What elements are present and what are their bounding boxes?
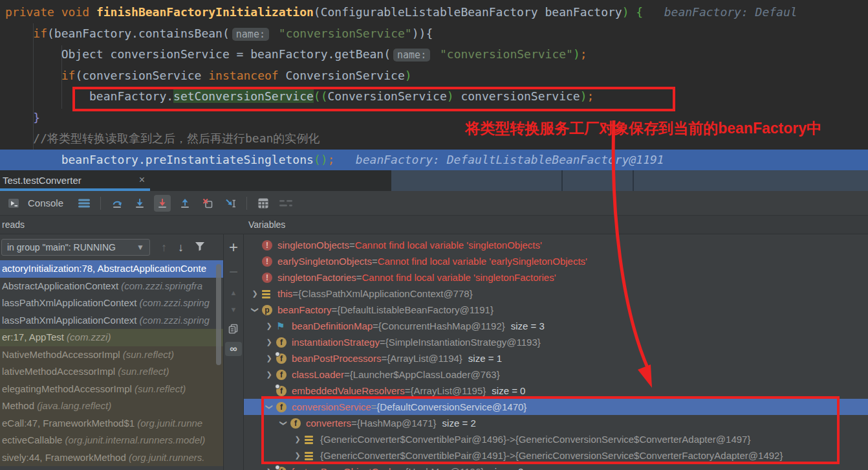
field-icon: f xyxy=(276,337,288,348)
step-out-icon[interactable] xyxy=(177,195,193,212)
execution-line[interactable]: beanFactory.preInstantiateSingletons(); … xyxy=(0,150,868,171)
chevron-right-icon[interactable]: ❯ xyxy=(262,370,276,379)
remove-icon[interactable]: − xyxy=(224,263,243,281)
chevron-right-icon[interactable]: ❯ xyxy=(262,354,276,363)
watches-icon[interactable]: ∞ xyxy=(224,342,243,356)
chevron-right-icon[interactable]: ❯ xyxy=(290,451,305,460)
equals-sign: = xyxy=(371,401,377,412)
variable-name: conversionService xyxy=(292,401,371,412)
frame-row[interactable]: elegatingMethodAccessorImpl (sun.reflect… xyxy=(0,381,223,398)
close-icon[interactable]: × xyxy=(139,174,145,186)
field-icon: f xyxy=(276,402,288,412)
variable-row[interactable]: ❯⚑beanDefinitionMap = {ConcurrentHashMap… xyxy=(244,318,868,334)
frame-row[interactable]: ectiveCallable (org.junit.internal.runne… xyxy=(0,432,223,449)
variable-row[interactable]: ❯this = {ClassPathXmlApplicationContext@… xyxy=(244,285,868,302)
scroll-up-icon[interactable]: ▲ xyxy=(224,289,243,297)
variable-row[interactable]: !singletonFactories = Cannot find local … xyxy=(244,269,868,285)
thread-controls: in group "main": RUNNING ▼ ↑ ↓ xyxy=(1,238,205,256)
chevron-right-icon[interactable]: ❯ xyxy=(290,435,305,443)
chevron-right-icon[interactable]: ❯ xyxy=(262,322,276,330)
header-divider xyxy=(561,170,563,191)
variable-value: {SimpleInstantiationStrategy@1193} xyxy=(385,337,541,348)
equals-sign: = xyxy=(331,304,337,315)
run-to-cursor-icon[interactable] xyxy=(222,195,239,212)
code-segment-kw: if xyxy=(33,27,47,40)
frame-row[interactable]: lassPathXmlApplicationContext (com.zzzi.… xyxy=(0,295,223,312)
code-segment-grn: () xyxy=(314,153,328,166)
chevron-down-icon[interactable]: ❯ xyxy=(279,416,288,431)
force-step-into-icon[interactable] xyxy=(154,195,171,212)
variable-row[interactable]: ❯pbeanFactory = {DefaultListableBeanFact… xyxy=(244,302,868,318)
variable-row[interactable]: fembeddedValueResolvers = {ArrayList@119… xyxy=(244,383,868,399)
frame-package: (org.junit.runne xyxy=(137,418,202,429)
code-segment-kw: private xyxy=(5,5,61,19)
variable-row[interactable]: ❯fconverters = {HashMap@1471}size = 2 xyxy=(244,415,868,431)
variable-value: {ArrayList@1194} xyxy=(387,353,462,364)
variable-row[interactable]: ❯{GenericConverter$ConvertiblePair@1491}… xyxy=(244,447,868,464)
frames-scrollbar[interactable] xyxy=(216,264,221,365)
variable-row[interactable]: ❯fbeanPostProcessors = {ArrayList@1194}s… xyxy=(244,350,868,366)
frame-row[interactable]: sively:44, FrameworkMethod (org.junit.ru… xyxy=(0,449,223,467)
step-into-icon[interactable] xyxy=(131,195,148,212)
drop-frame-icon[interactable] xyxy=(199,195,216,212)
code-segment-kw: if xyxy=(61,69,76,82)
frame-row[interactable]: lassPathXmlApplicationContext (com.zzzi.… xyxy=(0,312,223,330)
variable-row[interactable]: !singletonObjects = Cannot find local va… xyxy=(244,237,868,253)
variable-value: {GenericConverter$ConvertiblePair@1496} xyxy=(320,434,506,445)
variables-panel: !singletonObjects = Cannot find local va… xyxy=(244,234,868,470)
frame-package: (com.zzzi.spring xyxy=(140,315,210,326)
code-line[interactable]: if(beanFactory.containsBean(name: "conve… xyxy=(0,23,868,45)
frame-location: elegatingMethodAccessorImpl xyxy=(2,383,135,394)
variable-row[interactable]: ❯{GenericConverter$ConvertiblePair@1496}… xyxy=(244,431,868,447)
code-editor[interactable]: private void finishBeanFactoryInitializa… xyxy=(0,0,868,170)
down-arrow-icon[interactable]: ↓ xyxy=(178,241,184,253)
code-line[interactable]: Object conversionService = beanFactory.g… xyxy=(0,44,868,65)
chevron-down-icon[interactable]: ❯ xyxy=(251,303,259,317)
code-segment-txt: )){ xyxy=(412,27,433,40)
code-segment-grn: ) xyxy=(573,47,580,61)
filter-icon[interactable] xyxy=(195,241,205,253)
up-arrow-icon[interactable]: ↑ xyxy=(161,241,167,253)
variable-row[interactable]: ❯fconversionService = {DefaultConversion… xyxy=(244,399,868,415)
collection-size: size = 3 xyxy=(511,320,545,331)
evaluate-expression-icon[interactable] xyxy=(255,195,272,212)
chevron-right-icon[interactable]: ❯ xyxy=(262,338,276,346)
console-icon[interactable] xyxy=(5,195,22,212)
variable-row[interactable]: !earlySingletonObjects = Cannot find loc… xyxy=(244,253,868,269)
frame-row[interactable]: eCall:47, FrameworkMethod$1 (org.junit.r… xyxy=(0,415,223,432)
frame-row[interactable]: lativeMethodAccessorImpl (sun.reflect) xyxy=(0,363,223,381)
code-segment-txt: (conversionService xyxy=(75,69,208,82)
thread-selector-dropdown[interactable]: in group "main": RUNNING ▼ xyxy=(1,239,150,256)
frame-row[interactable]: NativeMethodAccessorImpl (sun.reflect) xyxy=(0,346,223,364)
trace-settings-icon[interactable] xyxy=(277,195,294,212)
frame-row[interactable]: AbstractApplicationContext (com.zzzi.spr… xyxy=(0,278,223,295)
menu-icon[interactable] xyxy=(76,195,92,212)
frame-row[interactable]: actoryInitialization:78, AbstractApplica… xyxy=(0,260,223,278)
map-arrow: -> xyxy=(506,434,515,445)
chevron-right-icon[interactable]: ❯ xyxy=(248,289,262,298)
variable-value: {ClassPathXmlApplicationContext@778} xyxy=(298,288,473,299)
code-line[interactable]: private void finishBeanFactoryInitializa… xyxy=(0,2,868,23)
variable-name: embeddedValueResolvers xyxy=(292,385,405,396)
scroll-down-icon[interactable]: ▼ xyxy=(224,306,243,313)
variable-row[interactable]: ❯ffactoryBeanObjectCache = {HashMap@1196… xyxy=(244,464,868,470)
frame-package: (java.lang.reflect) xyxy=(37,400,111,411)
frame-row[interactable]: Method (java.lang.reflect) xyxy=(0,397,223,415)
frame-location: lassPathXmlApplicationContext xyxy=(2,315,140,326)
chevron-right-icon[interactable]: ❯ xyxy=(262,467,276,470)
variable-row[interactable]: ❯fclassLoader = {Launcher$AppClassLoader… xyxy=(244,366,868,383)
step-over-icon[interactable] xyxy=(109,195,125,212)
copy-stack-icon[interactable] xyxy=(224,324,243,337)
variables-side-toolbar: + − ▲ ▼ ∞ xyxy=(223,234,244,470)
frame-location: AbstractApplicationContext xyxy=(2,280,121,291)
code-line[interactable]: if(conversionService instanceof Conversi… xyxy=(0,65,868,87)
add-icon[interactable]: + xyxy=(224,238,243,256)
annotation-box-code xyxy=(72,87,675,111)
tab-test-testconverter[interactable]: Test.testConverter × xyxy=(0,170,150,191)
variable-row[interactable]: ❯finstantiationStrategy = {SimpleInstant… xyxy=(244,334,868,350)
frame-row[interactable]: er:17, AppTest (com.zzzi) xyxy=(0,329,223,346)
console-tab-label[interactable]: Console xyxy=(28,197,63,208)
chevron-down-icon[interactable]: ❯ xyxy=(265,400,274,414)
equals-sign: = xyxy=(356,272,362,283)
variable-name: singletonFactories xyxy=(277,272,356,283)
